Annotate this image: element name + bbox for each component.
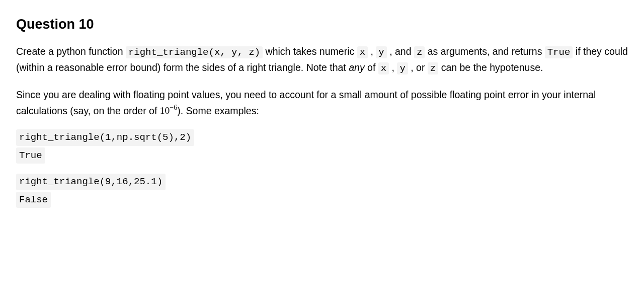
text: as arguments, and returns <box>425 46 544 57</box>
example-result: True <box>16 147 45 164</box>
example-result: False <box>16 192 51 208</box>
code-var-y: y <box>397 62 408 74</box>
example-call: right_triangle(9,16,25.1) <box>16 174 166 190</box>
example-call-line: right_triangle(1,np.sqrt(5),2) <box>16 129 628 146</box>
code-var-z: z <box>414 46 425 58</box>
math-expression: 10−6 <box>160 105 177 116</box>
text: , <box>368 46 376 57</box>
code-function-signature: right_triangle(x, y, z) <box>126 46 263 58</box>
example-2: right_triangle(9,16,25.1) False <box>16 174 628 208</box>
prompt-paragraph-2: Since you are dealing with floating poin… <box>16 87 628 118</box>
code-var-y: y <box>376 46 386 58</box>
code-var-z: z <box>428 62 438 74</box>
text: Create a python function <box>16 46 126 57</box>
text: of <box>365 62 378 73</box>
example-result-line: True <box>16 147 628 164</box>
math-exponent: −6 <box>170 103 177 111</box>
example-1: right_triangle(1,np.sqrt(5),2) True <box>16 129 628 164</box>
text: , or <box>408 62 428 73</box>
code-var-x: x <box>357 46 368 58</box>
text: ). Some examples: <box>177 105 259 116</box>
text: , and <box>387 46 414 57</box>
example-result-line: False <box>16 192 628 208</box>
example-call: right_triangle(1,np.sqrt(5),2) <box>16 129 194 146</box>
question-title: Question 10 <box>16 14 628 35</box>
code-true: True <box>545 46 573 58</box>
italic-any: any <box>349 62 364 73</box>
text: , <box>389 62 397 73</box>
text: which takes numeric <box>263 46 357 57</box>
example-call-line: right_triangle(9,16,25.1) <box>16 174 628 190</box>
code-var-x: x <box>378 62 389 74</box>
math-base: 10 <box>160 105 170 116</box>
text: Since you are dealing with floating poin… <box>16 89 596 116</box>
text: can be the hypotenuse. <box>438 62 543 73</box>
prompt-paragraph-1: Create a python function right_triangle(… <box>16 44 628 77</box>
